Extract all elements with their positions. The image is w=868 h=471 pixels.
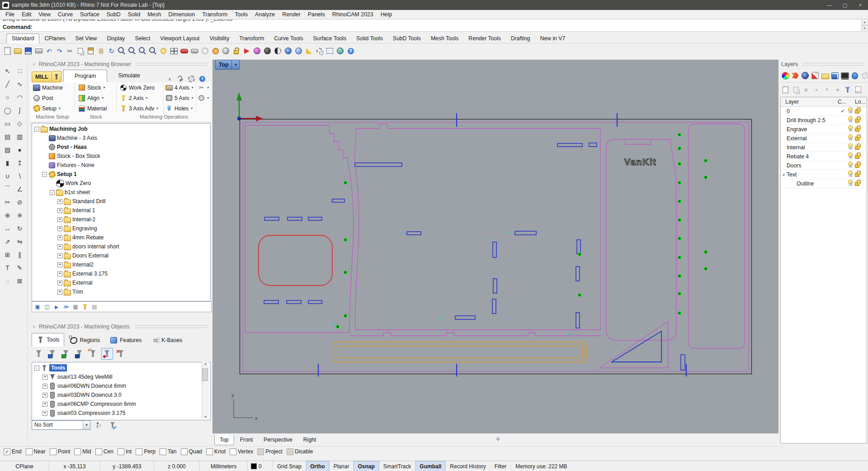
layer-row[interactable]: 0 ✓ xyxy=(781,107,867,116)
gear-icon[interactable] xyxy=(188,76,195,82)
status-toggle[interactable]: SmartTrack xyxy=(379,461,416,471)
cut-icon[interactable] xyxy=(65,46,75,56)
boolean-difference-icon[interactable]: ∖ xyxy=(14,169,26,182)
expand-toggle-icon[interactable]: - xyxy=(34,127,39,132)
browser-tab[interactable]: Simulate xyxy=(107,70,151,82)
move-left-icon[interactable] xyxy=(833,86,841,94)
expand-toggle-icon[interactable]: + xyxy=(57,244,62,249)
status-toggle[interactable]: Record History xyxy=(446,461,490,471)
engraving-text[interactable]: VanKit xyxy=(624,157,656,167)
new-layer-icon[interactable] xyxy=(781,86,789,94)
polygon-icon[interactable]: ◇ xyxy=(14,117,26,130)
browser-tab[interactable]: Program xyxy=(63,70,108,82)
osnap-option[interactable]: Int xyxy=(118,448,132,455)
fillet-icon[interactable]: ⌒ xyxy=(1,182,14,195)
expand-toggle-icon[interactable]: - xyxy=(50,190,55,195)
hide-capsule-icon[interactable] xyxy=(179,46,189,56)
checkbox[interactable] xyxy=(206,448,213,455)
layer-lock-icon[interactable] xyxy=(855,171,861,177)
tree-item[interactable]: + External 3.175 xyxy=(33,269,210,278)
toolbar-tab[interactable]: Standard xyxy=(6,33,39,43)
checkbox[interactable] xyxy=(230,448,236,455)
tool-saveas-icon[interactable] xyxy=(74,348,85,359)
open-folder-icon[interactable] xyxy=(13,46,23,56)
lock-icon[interactable] xyxy=(231,46,241,56)
tree-item[interactable]: + Internal-2 xyxy=(33,215,210,224)
dimension-icon[interactable]: ∥ xyxy=(14,248,26,261)
f-tool-icon[interactable] xyxy=(81,303,89,310)
ribbon-button[interactable]: 5 Axis▾ xyxy=(164,93,196,103)
tool-load-icon[interactable] xyxy=(47,348,58,359)
hide-icon[interactable]: ◌ xyxy=(1,274,14,287)
curve-icon[interactable]: ∿ xyxy=(14,77,26,90)
layer-row[interactable]: External xyxy=(781,134,867,143)
ribbon-button[interactable]: Post▾ xyxy=(30,93,75,103)
menu-item[interactable]: RhinoCAM 2023 xyxy=(329,11,377,18)
dropdown-arrow-icon[interactable]: ▾ xyxy=(192,96,193,100)
expand-toggle-icon[interactable]: + xyxy=(57,199,62,204)
tree-item[interactable]: + doors internal short xyxy=(33,242,210,251)
expand-toggle-icon[interactable]: + xyxy=(57,271,62,276)
layer-lock-icon[interactable] xyxy=(855,143,861,150)
tree-item[interactable]: - b1st sheet xyxy=(33,188,210,197)
array-icon[interactable]: ⊞ xyxy=(1,248,14,261)
lamp-icon[interactable] xyxy=(159,46,168,56)
wrench-icon[interactable] xyxy=(177,76,184,82)
delete-layer-icon[interactable] xyxy=(802,86,810,94)
tool-item[interactable]: - Tools xyxy=(33,363,210,372)
menu-item[interactable]: Analyze xyxy=(251,11,278,18)
layer-row[interactable]: Internal xyxy=(781,143,867,152)
layer-row[interactable]: Doors xyxy=(781,161,867,170)
split-icon[interactable]: ⊘ xyxy=(14,195,26,209)
print-icon[interactable] xyxy=(34,46,43,56)
ribbon-button[interactable]: ▾ xyxy=(196,82,211,93)
copy-icon[interactable] xyxy=(75,46,85,56)
layer-lock-icon[interactable] xyxy=(855,125,861,132)
osnap-option[interactable]: Disable xyxy=(287,448,313,455)
slot-cutouts[interactable] xyxy=(264,143,685,370)
toolbar-tab[interactable]: Transform xyxy=(234,34,269,43)
f-simulate-icon[interactable] xyxy=(53,303,60,310)
annotate-icon[interactable]: ✎ xyxy=(14,261,26,274)
f-options-icon[interactable] xyxy=(91,303,98,310)
boolean-union-icon[interactable]: ∪ xyxy=(1,169,14,182)
sphere-gray-icon[interactable] xyxy=(221,46,231,56)
tool-new-icon[interactable] xyxy=(33,348,44,359)
cylinder-icon[interactable]: ▮ xyxy=(1,156,14,169)
dropdown-arrow-icon[interactable]: ▾ xyxy=(102,96,104,100)
units-cell[interactable]: Millimeters xyxy=(200,461,248,471)
move-icon[interactable]: ↔ xyxy=(1,222,14,235)
scroll-up-icon[interactable]: ▲ xyxy=(861,19,868,25)
expand-toggle-icon[interactable]: + xyxy=(42,375,47,380)
ribbon-button[interactable]: Work Zero▾ xyxy=(117,82,163,93)
join-icon[interactable]: ⊕ xyxy=(1,209,14,222)
rotate-icon[interactable]: ↻ xyxy=(14,222,26,235)
notifications-icon[interactable] xyxy=(851,71,859,80)
tree-item[interactable]: + 4mm Rebate xyxy=(33,233,210,242)
ribbon-button[interactable]: Stock▾ xyxy=(75,82,116,93)
sphere-dark-icon[interactable] xyxy=(263,46,272,56)
layer-visibility-bulb-icon[interactable] xyxy=(848,116,853,123)
lock-objects-icon[interactable]: ⊠ xyxy=(14,274,26,287)
help-icon[interactable] xyxy=(346,46,355,56)
undo-icon[interactable] xyxy=(44,46,54,56)
part-outlines[interactable] xyxy=(245,124,745,368)
layer-lock-icon[interactable] xyxy=(855,152,861,159)
expand-toggle-icon[interactable]: + xyxy=(57,235,62,240)
ellipse-icon[interactable]: ◯ xyxy=(1,104,14,117)
toolbar-tab[interactable]: Mesh Tools xyxy=(426,34,463,43)
tool-delete-icon[interactable] xyxy=(116,348,127,359)
layer-row[interactable]: Rebate 4 xyxy=(781,152,867,161)
layer-lock-icon[interactable] xyxy=(855,116,861,123)
rotate-view-icon[interactable] xyxy=(107,46,116,56)
sphere-icon[interactable]: ● xyxy=(14,143,26,156)
menu-item[interactable]: Solid xyxy=(124,11,144,18)
copy-layer-icon[interactable] xyxy=(792,86,800,94)
ribbon-button[interactable]: Setup▾ xyxy=(30,103,75,114)
menu-item[interactable]: Transform xyxy=(198,11,231,18)
freeform-icon[interactable]: ʃ xyxy=(14,104,26,117)
osnap-option[interactable]: Quad xyxy=(181,448,203,455)
helpq-icon[interactable] xyxy=(199,76,206,82)
menu-item[interactable]: SubD xyxy=(103,11,124,18)
tree-item[interactable]: + External xyxy=(33,278,210,287)
